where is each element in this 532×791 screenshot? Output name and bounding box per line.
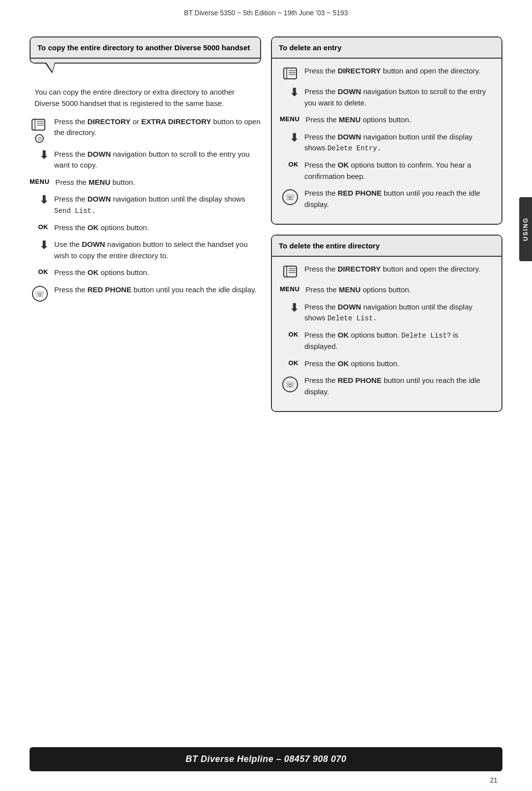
delete-entry-section: To delete an entry xyxy=(271,36,502,225)
down-arrow-icon: ⬇ xyxy=(30,239,50,251)
down-arrow-icon: ⬇ xyxy=(30,149,50,161)
svg-text:⊙: ⊙ xyxy=(37,136,42,141)
instr-row: OK Press the OK options button to confir… xyxy=(280,160,494,182)
menu-label-icon: MENU xyxy=(30,177,51,185)
instr-text: Press the OK options button. xyxy=(54,222,261,234)
instr-text: Press the DOWN navigation button until t… xyxy=(54,194,261,216)
header-title: BT Diverse 5350 ~ 5th Edition ~ 19th Jun… xyxy=(184,9,348,17)
instr-row: ⬇ Press the DOWN navigation button to sc… xyxy=(280,86,494,108)
instr-row: ⬇ Press the DOWN navigation button to sc… xyxy=(30,149,261,171)
copy-directory-section: To copy the entire directory to another … xyxy=(30,36,261,64)
instr-row: ⬇ Use the DOWN navigation button to sele… xyxy=(30,239,261,261)
svg-rect-0 xyxy=(32,119,45,130)
instr-text: Press the DOWN navigation button until t… xyxy=(304,132,494,154)
main-content: To copy the entire directory to another … xyxy=(0,22,532,422)
ok-label-icon: OK xyxy=(280,160,300,168)
svg-text:☏: ☏ xyxy=(35,290,45,298)
instr-row: ☏ Press the RED PHONE button until you r… xyxy=(280,375,494,397)
instr-row: ☏ Press the RED PHONE button until you r… xyxy=(280,188,494,210)
ok-label-icon: OK xyxy=(280,358,300,367)
directory-icon xyxy=(280,264,300,278)
instr-text: Press the DOWN navigation button to scro… xyxy=(304,86,494,108)
instr-row: OK Press the OK options button. xyxy=(30,267,261,278)
instr-row: ⬇ Press the DOWN navigation button until… xyxy=(30,194,261,216)
page-footer: BT Diverse Helpline – 08457 908 070 xyxy=(30,747,502,771)
instr-row: Press the DIRECTORY button and open the … xyxy=(280,264,494,278)
instr-text: Press the MENU options button. xyxy=(305,284,494,296)
instr-text: Press the DOWN navigation button until t… xyxy=(304,302,494,324)
left-column: To copy the entire directory to another … xyxy=(30,36,261,412)
delete-directory-body: Press the DIRECTORY button and open the … xyxy=(272,257,501,411)
copy-directory-title: To copy the entire directory to another … xyxy=(31,37,260,59)
svg-text:☏: ☏ xyxy=(285,380,295,389)
down-arrow-icon: ⬇ xyxy=(280,132,300,143)
directory-icon xyxy=(280,66,300,80)
delete-directory-title: To delete the entire directory xyxy=(272,236,501,257)
delete-directory-steps: Press the DIRECTORY button and open the … xyxy=(280,264,494,397)
instr-text: Press the OK options button. xyxy=(304,358,494,370)
ok-label-icon: OK xyxy=(30,267,50,275)
instr-text: Use the DOWN navigation button to select… xyxy=(54,239,261,261)
delete-directory-section: To delete the entire directory xyxy=(271,235,502,412)
page-number: 21 xyxy=(490,776,498,784)
instr-row: ☏ Press the RED PHONE button until you r… xyxy=(30,284,261,302)
instr-text: Press the RED PHONE button until you rea… xyxy=(304,188,494,210)
instr-row: OK Press the OK options button. Delete L… xyxy=(280,330,494,352)
red-phone-icon: ☏ xyxy=(280,375,300,393)
instr-row: MENU Press the MENU button. xyxy=(30,177,261,188)
instr-row: MENU Press the MENU options button. xyxy=(280,284,494,296)
svg-rect-9 xyxy=(284,68,297,79)
svg-text:☏: ☏ xyxy=(285,193,295,202)
instr-text: Press the OK options button. xyxy=(54,267,261,278)
instr-text: Press the OK options button. Delete List… xyxy=(304,330,494,352)
instr-row: OK Press the OK options button. xyxy=(30,222,261,234)
instr-text: Press the MENU button. xyxy=(55,177,261,188)
ok-label-icon: OK xyxy=(280,330,300,338)
directory-extra-icon: ⊙ xyxy=(30,116,50,143)
instr-text: Press the DOWN navigation button to scro… xyxy=(54,149,261,171)
svg-rect-16 xyxy=(284,266,297,277)
page-header: BT Diverse 5350 ~ 5th Edition ~ 19th Jun… xyxy=(0,0,532,22)
instr-row: Press the DIRECTORY button and open the … xyxy=(280,66,494,80)
right-column: To delete an entry xyxy=(271,36,502,412)
instr-text: Press the DIRECTORY or EXTRA DIRECTORY b… xyxy=(54,116,261,138)
instr-text: Press the DIRECTORY button and open the … xyxy=(304,264,494,275)
instr-text: Press the RED PHONE button until you rea… xyxy=(54,284,261,296)
delete-entry-steps: Press the DIRECTORY button and open the … xyxy=(280,66,494,210)
ok-label-icon: OK xyxy=(30,222,50,231)
instr-row: ⬇ Press the DOWN navigation button until… xyxy=(280,302,494,324)
copy-directory-steps: ⊙ Press the DIRECTORY or EXTRA DIRECTORY… xyxy=(30,116,261,302)
instr-row: MENU Press the MENU options button. xyxy=(280,114,494,126)
instr-row: ⊙ Press the DIRECTORY or EXTRA DIRECTORY… xyxy=(30,116,261,143)
menu-label-icon: MENU xyxy=(280,284,301,293)
red-phone-icon: ☏ xyxy=(280,188,300,206)
down-arrow-icon: ⬇ xyxy=(30,194,50,206)
menu-label-icon: MENU xyxy=(280,114,301,123)
delete-entry-title: To delete an entry xyxy=(272,37,501,59)
delete-entry-body: Press the DIRECTORY button and open the … xyxy=(272,59,501,224)
red-phone-icon: ☏ xyxy=(30,284,50,302)
instr-text: Press the DIRECTORY button and open the … xyxy=(304,66,494,77)
sidebar-using: USING xyxy=(519,197,532,261)
instr-row: ⬇ Press the DOWN navigation button until… xyxy=(280,132,494,154)
sidebar-using-label: USING xyxy=(522,217,529,241)
down-arrow-icon: ⬇ xyxy=(280,302,300,313)
instr-text: Press the OK options button to confirm. … xyxy=(304,160,494,182)
instr-text: Press the RED PHONE button until you rea… xyxy=(304,375,494,397)
down-arrow-icon: ⬇ xyxy=(280,86,300,98)
copy-directory-intro: You can copy the entire directory or ext… xyxy=(30,77,261,116)
footer-text: BT Diverse Helpline – 08457 908 070 xyxy=(186,754,347,764)
instr-text: Press the MENU options button. xyxy=(305,114,494,126)
instr-row: OK Press the OK options button. xyxy=(280,358,494,370)
